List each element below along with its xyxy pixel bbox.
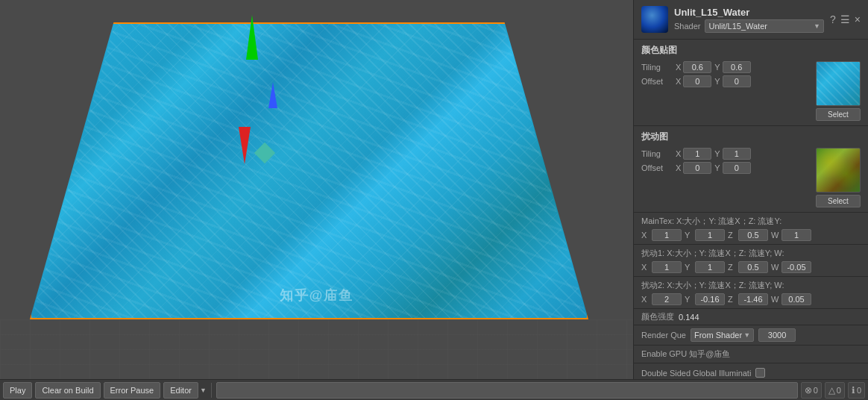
d2-w-field: W [771,293,811,305]
material-name: Unlit_L15_Water [674,7,824,18]
tiling-x-input[interactable] [683,61,711,73]
error-count-badge[interactable]: ⊗ 0 [801,382,822,399]
render-queue-label: Render Que [641,331,686,340]
help-icon[interactable]: ? [830,13,836,25]
mt-z-label: Z [728,231,737,240]
d2-w-input[interactable] [781,293,811,305]
water-texture [31,24,587,318]
d-tiling-x-field: X [676,148,711,160]
dy-axis-label: Y [714,149,720,158]
tiling-y-input[interactable] [723,61,751,73]
toolbar-status-icons: ⊗ 0 △ 0 ℹ 0 [801,382,865,399]
distortion2-vector-row: X Y Z W [641,293,861,305]
offset-y-input[interactable] [723,75,751,87]
distortion2-vector-section: 扰动2: X:大小；Y: 流速X；Z: 流速Y; W: X Y Z W [634,277,868,309]
maintex-x-field: X [641,229,682,241]
render-queue-value-input[interactable] [758,328,796,342]
water-scene: 知乎@庙鱼 [0,0,633,379]
tiling-label: Tiling [641,63,673,72]
d2-x-input[interactable] [652,293,682,305]
arrow-down-icon [239,127,251,164]
doy-axis-label: Y [714,163,720,172]
search-input[interactable] [216,382,798,399]
offset-x-input[interactable] [683,75,711,87]
maintex-z-input[interactable] [738,229,768,241]
d-tiling-x-input[interactable] [683,148,711,160]
render-queue-dropdown[interactable]: From Shader ▼ [691,328,754,342]
color-map-tiling-row: Tiling X Y [641,61,810,73]
maintex-y-input[interactable] [695,229,725,241]
warning-count: 0 [837,386,841,395]
d-tiling-y-input[interactable] [723,148,751,160]
distortion-map-select-button[interactable]: Select [816,195,861,207]
distortion-map-texture-row: Tiling X Y Offset X [641,148,861,207]
color-map-title: 颜色贴图 [641,44,861,57]
water-plane [30,22,588,319]
maintex-vector-section: MainTex: X:大小；Y: 流速X；Z: 流速Y: X Y Z W [634,213,868,245]
color-map-offset-row: Offset X Y [641,75,810,87]
d1-w-label: W [771,263,780,272]
d1-x-input[interactable] [652,261,682,273]
d2-y-input[interactable] [695,293,725,305]
d1-z-field: Z [728,261,768,273]
toolbar-separator [211,383,212,398]
shader-dropdown[interactable]: Unlit/L15_Water ▼ [705,19,824,33]
distortion1-vector-row: X Y Z W [641,261,861,273]
render-queue-row: Render Que From Shader ▼ [634,325,868,346]
double-sided-row: Double Sided Global Illuminati [634,363,868,379]
tiling-y-field: Y [714,61,750,73]
d-offset-x-field: X [676,162,711,174]
play-button[interactable]: Play [3,382,32,399]
viewport[interactable]: 知乎@庙鱼 [0,0,633,379]
watermark: 知乎@庙鱼 [280,287,354,304]
d2-z-field: Z [728,293,768,305]
maintex-y-field: Y [685,229,725,241]
inspector-title-area: Unlit_L15_Water Shader Unlit/L15_Water ▼ [674,7,824,33]
d-offset-y-input[interactable] [723,162,751,174]
maintex-x-input[interactable] [652,229,682,241]
distortion-map-thumbnail[interactable] [816,148,861,193]
d1-z-input[interactable] [738,261,768,273]
d2-x-field: X [641,293,682,305]
arrow-forward-icon [268,82,277,108]
d-offset-x-input[interactable] [683,162,711,174]
d1-y-field: Y [685,261,725,273]
double-sided-checkbox[interactable] [755,368,765,378]
gpu-instancing-label: Enable GPU 知乎@庙鱼 [641,349,730,360]
shader-dropdown-arrow-icon: ▼ [814,22,820,30]
distortion-offset-row: Offset X Y [641,162,810,174]
shader-value: Unlit/L15_Water [708,22,767,31]
d2-z-input[interactable] [738,293,768,305]
shader-row: Shader Unlit/L15_Water ▼ [674,19,824,33]
grid-floor [0,319,633,379]
color-map-thumbnail[interactable] [816,61,861,106]
d1-y-input[interactable] [695,261,725,273]
maintex-w-input[interactable] [781,229,811,241]
clear-on-build-button[interactable]: Clear on Build [35,382,100,399]
d2-z-label: Z [728,295,737,304]
color-map-select-button[interactable]: Select [816,108,861,121]
d-offset-y-field: Y [714,162,750,174]
color-map-section: 颜色贴图 Tiling X Y O [634,40,868,126]
editor-dropdown[interactable]: Editor ▼ [163,382,207,399]
offset-y-field: Y [714,75,750,87]
settings-icon[interactable]: ☰ [840,13,850,25]
color-map-params: Tiling X Y Offset X [641,61,810,90]
editor-button[interactable]: Editor [163,382,198,399]
maintex-vector-row: X Y Z W [641,229,861,241]
inspector-icons: ? ☰ × [830,13,861,25]
dx-axis-label: X [676,149,681,158]
inspector-panel: Unlit_L15_Water Shader Unlit/L15_Water ▼… [633,0,868,379]
warning-count-badge[interactable]: △ 0 [825,382,845,399]
warning-icon: △ [828,385,835,396]
close-icon[interactable]: × [855,13,861,25]
ox-axis-label: X [676,77,681,86]
error-pause-button[interactable]: Error Pause [104,382,161,399]
d2-w-label: W [771,295,780,304]
shader-label: Shader [674,22,700,31]
d-offset-label: Offset [641,163,673,172]
color-strength-label: 颜色强度 [641,311,674,322]
d1-w-input[interactable] [781,261,811,273]
log-count-badge[interactable]: ℹ 0 [848,382,865,399]
offset-x-field: X [676,75,711,87]
